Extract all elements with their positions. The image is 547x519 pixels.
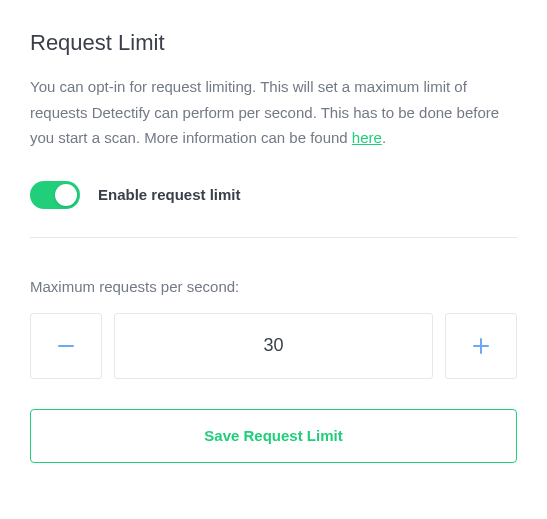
enable-toggle-label: Enable request limit — [98, 186, 241, 203]
enable-request-limit-toggle[interactable] — [30, 181, 80, 209]
save-request-limit-button[interactable]: Save Request Limit — [30, 409, 517, 463]
description-body: You can opt-in for request limiting. Thi… — [30, 78, 499, 146]
description-text: You can opt-in for request limiting. Thi… — [30, 74, 517, 151]
max-requests-input[interactable] — [114, 313, 433, 379]
more-info-link[interactable]: here — [352, 129, 382, 146]
enable-toggle-row: Enable request limit — [30, 181, 517, 209]
max-requests-label: Maximum requests per second: — [30, 278, 517, 295]
increment-button[interactable] — [445, 313, 517, 379]
decrement-button[interactable] — [30, 313, 102, 379]
quantity-stepper — [30, 313, 517, 379]
section-divider — [30, 237, 517, 238]
minus-icon — [56, 336, 76, 356]
toggle-knob — [55, 184, 77, 206]
page-title: Request Limit — [30, 30, 517, 56]
description-suffix: . — [382, 129, 386, 146]
plus-icon — [471, 336, 491, 356]
